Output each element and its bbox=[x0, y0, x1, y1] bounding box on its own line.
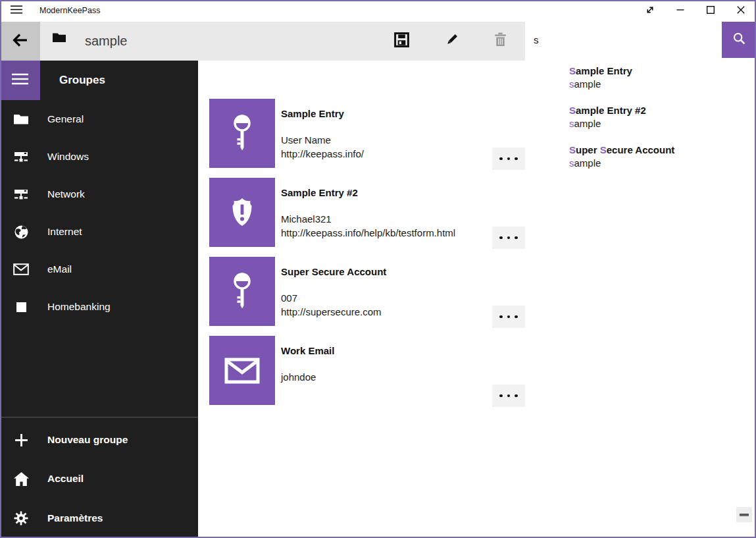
globe-icon bbox=[13, 225, 30, 240]
entry-title: Work Email bbox=[281, 345, 334, 356]
sidebar-divider bbox=[0, 417, 198, 417]
sidebar-item-network[interactable]: Network bbox=[0, 176, 198, 212]
sidebar-item-label: General bbox=[47, 113, 84, 125]
network-icon bbox=[13, 151, 30, 163]
sidebar-item-label: Homebanking bbox=[47, 301, 111, 313]
titlebar: ModernKeePass bbox=[0, 0, 756, 22]
entry-row-sample-entry[interactable]: Sample Entry User Name http://keepass.in… bbox=[209, 99, 525, 168]
entry-username: johndoe bbox=[281, 371, 316, 384]
entry-row-sample-entry-2[interactable]: Sample Entry #2 Michael321 http://keepas… bbox=[209, 178, 525, 247]
entry-more-button[interactable] bbox=[492, 306, 525, 328]
entry-username: 007 bbox=[281, 292, 297, 305]
close-button[interactable] bbox=[726, 0, 756, 22]
entry-url: http://keepass.info/ bbox=[281, 148, 364, 161]
sidebar-item-home[interactable]: Accueil bbox=[0, 461, 198, 497]
suggestion-item[interactable]: Sample Entry #2 sample bbox=[569, 103, 747, 130]
entry-username: Michael321 bbox=[281, 213, 332, 226]
sidebar-item-label: Nouveau groupe bbox=[47, 434, 128, 446]
entry-title: Super Secure Account bbox=[281, 266, 386, 277]
entry-row-work-email[interactable]: Work Email johndoe bbox=[209, 336, 525, 405]
folder-icon bbox=[13, 113, 30, 125]
search-button[interactable] bbox=[722, 22, 756, 58]
network-icon bbox=[13, 189, 30, 200]
envelope-icon bbox=[209, 336, 275, 405]
sidebar-item-label: Windows bbox=[47, 151, 89, 163]
minimize-icon bbox=[675, 5, 686, 18]
gear-icon bbox=[13, 511, 30, 525]
home-icon bbox=[13, 472, 30, 486]
mail-icon bbox=[13, 263, 30, 275]
minimize-button[interactable] bbox=[665, 0, 695, 22]
app-title: ModernKeePass bbox=[39, 0, 100, 22]
database-name: sample bbox=[85, 22, 127, 61]
shield-exclamation-icon bbox=[209, 178, 275, 247]
sidebar-item-homebanking[interactable]: Homebanking bbox=[0, 289, 198, 325]
titlebar-menu-button[interactable] bbox=[9, 5, 24, 16]
edit-button[interactable] bbox=[436, 22, 467, 61]
entry-url: http://supersecure.com bbox=[281, 306, 382, 319]
save-button[interactable] bbox=[386, 22, 417, 61]
entry-title: Sample Entry bbox=[281, 108, 344, 119]
plus-icon bbox=[13, 433, 30, 447]
fullscreen-icon bbox=[645, 5, 655, 18]
suggestion-title: Sample Entry #2 bbox=[569, 103, 747, 117]
search-input[interactable]: s bbox=[525, 22, 722, 58]
entry-url: http://keepass.info/help/kb/testform.htm… bbox=[281, 227, 455, 240]
more-icon bbox=[499, 315, 518, 319]
zoom-out-button[interactable] bbox=[736, 507, 752, 522]
suggestion-title: Super Secure Account bbox=[569, 143, 747, 157]
suggestion-item[interactable]: Sample Entry sample bbox=[569, 64, 747, 91]
sidebar-item-internet[interactable]: Internet bbox=[0, 214, 198, 250]
suggestion-subtitle: sample bbox=[569, 78, 747, 91]
more-icon bbox=[499, 394, 518, 398]
app-window: ModernKeePass bbox=[0, 0, 756, 538]
sidebar-item-windows[interactable]: Windows bbox=[0, 139, 198, 175]
maximize-button[interactable] bbox=[695, 0, 726, 22]
fullscreen-button[interactable] bbox=[635, 0, 665, 22]
suggestion-subtitle: sample bbox=[569, 157, 747, 170]
entry-username: User Name bbox=[281, 134, 331, 147]
search-icon bbox=[732, 32, 746, 48]
entry-title: Sample Entry #2 bbox=[281, 187, 358, 198]
back-icon bbox=[11, 32, 30, 51]
search-query-text: s bbox=[534, 34, 539, 45]
delete-icon bbox=[493, 32, 507, 50]
sidebar: Groupes General Windows bbox=[0, 61, 198, 538]
key-icon bbox=[209, 257, 275, 326]
sidebar-item-label: Internet bbox=[47, 226, 82, 238]
hamburger-button[interactable] bbox=[0, 61, 40, 100]
more-icon bbox=[499, 157, 518, 161]
suggestion-item[interactable]: Super Secure Account sample bbox=[569, 143, 747, 170]
suggestion-subtitle: sample bbox=[569, 117, 747, 130]
maximize-icon bbox=[705, 5, 716, 18]
suggestion-title: Sample Entry bbox=[569, 64, 747, 78]
menu-icon bbox=[10, 5, 23, 17]
back-button[interactable] bbox=[0, 22, 40, 61]
entry-row-super-secure-account[interactable]: Super Secure Account 007 http://supersec… bbox=[209, 257, 525, 326]
sidebar-item-settings[interactable]: Paramètres bbox=[0, 500, 198, 536]
entry-more-button[interactable] bbox=[492, 385, 525, 407]
square-icon bbox=[13, 302, 30, 312]
save-icon bbox=[394, 32, 409, 50]
sidebar-item-new-group[interactable]: Nouveau groupe bbox=[0, 422, 198, 458]
sidebar-item-label: Accueil bbox=[47, 473, 84, 485]
sidebar-item-general[interactable]: General bbox=[0, 101, 198, 137]
entry-more-button[interactable] bbox=[492, 148, 525, 170]
search-suggestions: Sample Entry sample Sample Entry #2 samp… bbox=[525, 58, 755, 183]
database-folder-icon bbox=[52, 31, 66, 44]
delete-button[interactable] bbox=[484, 22, 516, 61]
sidebar-item-label: Network bbox=[47, 188, 85, 200]
close-icon bbox=[736, 5, 746, 18]
sidebar-item-label: Paramètres bbox=[47, 512, 103, 524]
menu-icon bbox=[11, 72, 29, 88]
sidebar-header: Groupes bbox=[59, 61, 105, 100]
entry-more-button[interactable] bbox=[492, 227, 525, 249]
edit-icon bbox=[444, 32, 459, 50]
key-icon bbox=[209, 99, 275, 168]
zoom-out-minus-icon bbox=[740, 514, 749, 516]
sidebar-item-label: eMail bbox=[47, 263, 72, 275]
more-icon bbox=[499, 236, 518, 240]
sidebar-item-email[interactable]: eMail bbox=[0, 252, 198, 287]
